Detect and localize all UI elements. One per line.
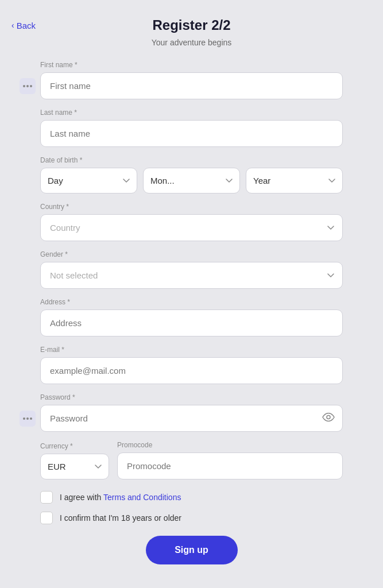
back-button[interactable]: ‹ Back <box>11 21 36 30</box>
dob-group: Date of birth * Day 1234 5678 Mon... Jan… <box>40 156 343 194</box>
page-subtitle: Your adventure begins <box>11 38 372 47</box>
email-label: E-mail * <box>40 346 343 354</box>
pdot2 <box>26 417 29 420</box>
first-name-group: First name * <box>40 61 343 99</box>
password-eye-icon[interactable] <box>322 412 335 424</box>
page-container: ‹ Back Register 2/2 Your adventure begin… <box>0 0 383 588</box>
dot3 <box>30 85 32 87</box>
last-name-label: Last name * <box>40 109 343 117</box>
gender-select[interactable]: Not selected Male Female Other <box>40 262 343 289</box>
password-input[interactable] <box>40 405 343 432</box>
currency-label: Currency * <box>40 442 109 450</box>
pdot1 <box>23 417 25 420</box>
first-name-input[interactable] <box>40 72 343 99</box>
promocode-label: Promocode <box>117 441 343 449</box>
age-checkbox[interactable] <box>40 512 53 524</box>
terms-text: I agree with <box>60 493 103 502</box>
currency-select[interactable]: EUR USD GBP <box>40 454 109 479</box>
dots-icon <box>23 85 32 87</box>
checkboxes-section: I agree with Terms and Conditions I conf… <box>40 491 343 524</box>
currency-promo-group: Currency * EUR USD GBP Promocode <box>40 441 343 479</box>
dob-label: Date of birth * <box>40 156 343 164</box>
pdot3 <box>30 417 32 420</box>
address-label: Address * <box>40 298 343 306</box>
email-group: E-mail * <box>40 346 343 384</box>
back-chevron-icon: ‹ <box>11 21 14 30</box>
password-icon <box>20 411 36 427</box>
last-name-input[interactable] <box>40 120 343 147</box>
password-label: Password * <box>40 393 343 401</box>
password-input-wrapper <box>40 405 343 432</box>
currency-group: Currency * EUR USD GBP <box>40 442 109 479</box>
age-checkbox-label: I confirm that I'm 18 years or older <box>60 513 181 523</box>
email-input[interactable] <box>40 357 343 384</box>
dot2 <box>26 85 29 87</box>
address-group: Address * <box>40 298 343 336</box>
currency-promo-row: Currency * EUR USD GBP Promocode <box>40 441 343 479</box>
country-group: Country * Country United States United K… <box>40 203 343 241</box>
age-checkbox-row: I confirm that I'm 18 years or older <box>40 512 343 524</box>
page-title: Register 2/2 <box>152 17 230 33</box>
header: ‹ Back Register 2/2 <box>11 17 372 33</box>
promo-group: Promocode <box>117 441 343 479</box>
dot1 <box>23 85 25 87</box>
promocode-input[interactable] <box>117 452 343 479</box>
form-container: First name * Last name * Date of birth * <box>11 61 372 564</box>
password-group: Password * <box>40 393 343 432</box>
country-select[interactable]: Country United States United Kingdom Ger… <box>40 214 343 241</box>
terms-checkbox-label: I agree with Terms and Conditions <box>60 493 181 502</box>
dob-month-select[interactable]: Mon... JanFebMarApr MayJunJulAug SepOctN… <box>143 168 240 194</box>
first-name-input-wrapper <box>40 72 343 99</box>
first-name-label: First name * <box>40 61 343 69</box>
terms-checkbox-row: I agree with Terms and Conditions <box>40 491 343 504</box>
svg-point-0 <box>327 415 330 419</box>
dob-year-select[interactable]: Year 2005200019951990 <box>246 168 343 194</box>
password-dots-icon <box>23 417 32 420</box>
back-label: Back <box>17 21 36 30</box>
terms-link[interactable]: Terms and Conditions <box>103 493 181 502</box>
gender-group: Gender * Not selected Male Female Other <box>40 250 343 289</box>
password-field-wrapper <box>40 405 343 432</box>
terms-checkbox[interactable] <box>40 491 53 504</box>
first-name-icon <box>20 78 36 94</box>
address-input[interactable] <box>40 310 343 336</box>
signup-button[interactable]: Sign up <box>146 536 238 564</box>
dob-row: Day 1234 5678 Mon... JanFebMarApr MayJun… <box>40 168 343 194</box>
gender-label: Gender * <box>40 250 343 258</box>
last-name-group: Last name * <box>40 109 343 147</box>
country-label: Country * <box>40 203 343 211</box>
dob-day-select[interactable]: Day 1234 5678 <box>40 168 137 194</box>
